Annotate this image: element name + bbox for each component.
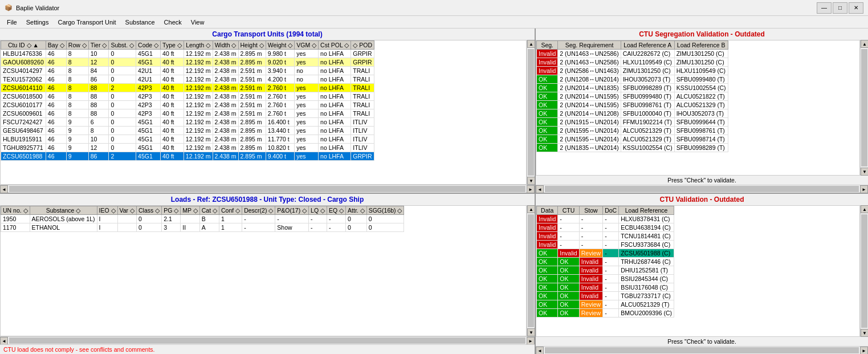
- table-row[interactable]: TGHU892577146912045G140 ft12.192 m2.438 …: [1, 144, 374, 152]
- table-row[interactable]: Invalid---FSCU9373684 (C): [537, 241, 674, 249]
- close-button[interactable]: ✕: [849, 2, 863, 14]
- val-scrollbar-v[interactable]: ▲ ▼: [860, 205, 868, 337]
- table-row[interactable]: ZCSU601850046888042P340 ft12.192 m2.438 …: [1, 92, 374, 101]
- th-class[interactable]: Class ◇: [137, 206, 162, 215]
- table-row[interactable]: OKInvalidReview-ZCSU6501988 (C): [537, 249, 674, 258]
- table-row[interactable]: Invalid---ECBU4638194 (C): [537, 223, 674, 232]
- table-row[interactable]: OK2 (UN1595↔UN2014)ALCU0521329 (T)SFBU09…: [537, 135, 728, 144]
- table-row[interactable]: Invalid---TCNU1814481 (C): [537, 232, 674, 241]
- th-uno[interactable]: UN no. ◇: [1, 206, 30, 215]
- table-row[interactable]: GAOU608926046812045G140 ft12.192 m2.438 …: [1, 58, 374, 67]
- th-var[interactable]: Var ◇: [117, 206, 136, 215]
- th-mp[interactable]: MP ◇: [181, 206, 199, 215]
- scroll-right-btn[interactable]: ►: [527, 185, 535, 193]
- table-row[interactable]: Invalid2 (UN1463↔UN2586)CAIU2282672 (C)Z…: [537, 50, 728, 58]
- th-seg-req[interactable]: Seg. Requirement: [558, 41, 621, 50]
- table-row[interactable]: TEXU157206246886042U140 ft12.192 m2.438 …: [1, 75, 374, 84]
- table-row[interactable]: OKOKInvalid-BSIU3176048 (C): [537, 283, 674, 292]
- th-eq[interactable]: EQ ◇: [327, 206, 346, 215]
- seg-scrollbar-h[interactable]: ◄ ►: [536, 185, 868, 193]
- th-ieo[interactable]: IEO ◇: [97, 206, 117, 215]
- table-row[interactable]: OK2 (UN1835↔UN2014)KSSU1002554 (C)SFBU09…: [537, 144, 728, 152]
- menu-substance[interactable]: Substance: [121, 18, 160, 27]
- table-row[interactable]: HLBU147633646810045G140 ft12.192 m2.438 …: [1, 50, 374, 58]
- th-ctu-v[interactable]: CTU: [558, 206, 579, 215]
- th-weight[interactable]: Weight ◇: [266, 41, 294, 50]
- segregation-table-container[interactable]: Seg. Seg. Requirement Load Reference A L…: [536, 40, 860, 176]
- table-row[interactable]: ZCSU601017746888042P340 ft12.192 m2.438 …: [1, 101, 374, 109]
- table-row[interactable]: OK2 (UN2014↔UN1835)SFBU0998289 (T)KSSU10…: [537, 84, 728, 92]
- val-scroll-up[interactable]: ▲: [861, 205, 868, 213]
- th-row[interactable]: Row ◇: [66, 41, 88, 50]
- table-row[interactable]: OK2 (UN1915↔UN2014)FFMU1902214 (T)SFBU09…: [537, 118, 728, 127]
- table-row[interactable]: Invalid2 (UN1463↔UN2586)HLXU1109549 (C)Z…: [537, 58, 728, 67]
- th-load-ref[interactable]: Load Reference: [619, 206, 674, 215]
- th-descr[interactable]: Descr(2) ◇: [242, 206, 275, 215]
- table-row[interactable]: OK2 (UN2014↔UN1208)SFBU1000040 (T)IHOU30…: [537, 109, 728, 118]
- table-row[interactable]: OKOKReview-ALCU0521329 (T): [537, 300, 674, 309]
- table-row[interactable]: FSCU72424274696045G140 ft12.192 m2.438 m…: [1, 118, 374, 127]
- scroll-left-btn[interactable]: ◄: [0, 185, 8, 193]
- seg-scroll-up[interactable]: ▲: [861, 40, 868, 48]
- th-subst[interactable]: Subst. ◇: [109, 41, 136, 50]
- table-row[interactable]: ZCSU600960146888042P340 ft12.192 m2.438 …: [1, 109, 374, 118]
- th-lq[interactable]: LQ ◇: [309, 206, 327, 215]
- table-row[interactable]: OKOKReview-BMOU2009396 (C): [537, 309, 674, 318]
- ctu-table-container[interactable]: Ctu ID ◇ ▲ Bay ◇ Row ◇ Tier ◇ Subst. ◇ C…: [0, 40, 527, 185]
- th-seg[interactable]: Seg.: [537, 41, 558, 50]
- menu-ctu[interactable]: Cargo Transport Unit: [53, 18, 120, 27]
- seg-scroll-down[interactable]: ▼: [861, 168, 868, 176]
- maximize-button[interactable]: □: [833, 2, 847, 14]
- th-conf[interactable]: Conf ◇: [219, 206, 242, 215]
- th-data[interactable]: Data: [537, 206, 558, 215]
- table-row[interactable]: HLBU191591146910045G140 ft12.192 m2.438 …: [1, 135, 374, 144]
- th-substance[interactable]: Substance ◇: [30, 206, 97, 215]
- th-width[interactable]: Width ◇: [213, 41, 238, 50]
- table-row[interactable]: OK2 (UN2014↔UN1595)SFBU0999480 (T)ALCU05…: [537, 92, 728, 101]
- loads-scroll-down[interactable]: ▼: [527, 328, 535, 336]
- table-row[interactable]: ZCSU401429746884042U140 ft12.192 m2.438 …: [1, 67, 374, 75]
- menu-view[interactable]: View: [186, 18, 209, 27]
- val-scroll-down[interactable]: ▼: [861, 329, 868, 337]
- table-row[interactable]: OK2 (UN2014↔UN1595)SFBU0998761 (T)ALCU05…: [537, 101, 728, 109]
- ctu-scrollbar-h[interactable]: ◄ ►: [0, 185, 535, 193]
- table-row[interactable]: Invalid2 (UN2586↔UN1463)ZIMU1301250 (C)H…: [537, 67, 728, 75]
- menu-file[interactable]: File: [2, 18, 22, 27]
- table-row[interactable]: OKOKInvalid-DHIU1252581 (T): [537, 266, 674, 275]
- loads-scrollbar-v[interactable]: ▲ ▼: [527, 205, 535, 336]
- table-row[interactable]: OK2 (UN1595↔UN2014)ALCU0521329 (T)SFBU09…: [537, 127, 728, 135]
- th-pg[interactable]: PG ◇: [162, 206, 181, 215]
- val-scroll-right[interactable]: ►: [860, 347, 868, 354]
- loads-scroll-left[interactable]: ◄: [0, 337, 8, 345]
- loads-scroll-right[interactable]: ►: [527, 337, 535, 345]
- table-row[interactable]: Invalid---HLXU8378431 (C): [537, 215, 674, 223]
- table-row[interactable]: 1170ETHANOLI03IIA1-Show--00: [1, 223, 404, 232]
- table-row[interactable]: 1950AEROSOLS (above 1L)I02.1B1----00: [1, 215, 404, 223]
- th-pod[interactable]: ◇ POD: [351, 41, 374, 50]
- table-row[interactable]: ZCSU650198846986245G140 ft12.192 m2.438 …: [1, 152, 374, 161]
- seg-scroll-right[interactable]: ►: [860, 185, 868, 193]
- menu-settings[interactable]: Settings: [22, 18, 54, 27]
- val-scrollbar-h[interactable]: ◄ ►: [536, 346, 868, 354]
- menu-check[interactable]: Check: [160, 18, 186, 27]
- th-length[interactable]: Length ◇: [184, 41, 213, 50]
- th-cat[interactable]: Cat ◇: [199, 206, 219, 215]
- th-cstpol[interactable]: Cst POL ◇: [319, 41, 351, 50]
- scroll-down-btn[interactable]: ▼: [527, 177, 535, 185]
- th-stow[interactable]: Stow: [579, 206, 602, 215]
- th-ctu-id[interactable]: Ctu ID ◇ ▲: [1, 41, 46, 50]
- th-bay[interactable]: Bay ◇: [46, 41, 66, 50]
- th-doc[interactable]: DoC: [603, 206, 619, 215]
- table-row[interactable]: OKOKInvalid-TRHU2687446 (C): [537, 258, 674, 266]
- th-load-ref-b[interactable]: Load Reference B: [674, 41, 728, 50]
- th-code[interactable]: Code ◇: [136, 41, 161, 50]
- table-row[interactable]: ZCSU601411046888242P340 ft12.192 m2.438 …: [1, 84, 374, 92]
- th-tier[interactable]: Tier ◇: [88, 41, 109, 50]
- th-height[interactable]: Height ◇: [238, 41, 266, 50]
- table-row[interactable]: OK2 (UN1208↔UN2014)IHOU3052073 (T)SFBU09…: [537, 75, 728, 84]
- table-row[interactable]: OKOKInvalid-BSIU2845344 (C): [537, 275, 674, 283]
- th-vgm[interactable]: VGM ◇: [295, 41, 319, 50]
- th-load-ref-a[interactable]: Load Reference A: [621, 41, 674, 50]
- th-type[interactable]: Type ◇: [161, 41, 184, 50]
- ctu-scrollbar-v[interactable]: ▲ ▼: [527, 40, 535, 185]
